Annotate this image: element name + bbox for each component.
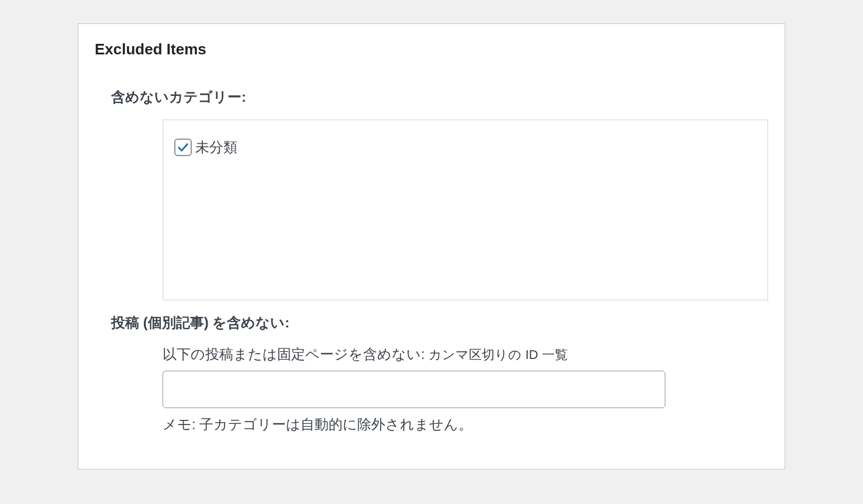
exclude-categories-label: 含めないカテゴリー: xyxy=(111,88,768,106)
excluded-items-panel: Excluded Items 含めないカテゴリー: 未分類 投稿 (個別記事) … xyxy=(78,23,785,470)
panel-title: Excluded Items xyxy=(95,40,768,58)
exclude-posts-sublabel-text: 以下の投稿または固定ページを含めない: xyxy=(163,346,429,362)
exclude-posts-sublabel: 以下の投稿または固定ページを含めない: カンマ区切りの ID 一覧 xyxy=(163,345,768,364)
exclude-posts-label: 投稿 (個別記事) を含めない: xyxy=(111,313,768,332)
exclude-posts-note: メモ: 子カテゴリーは自動的に除外されません。 xyxy=(163,415,768,434)
exclude-posts-input[interactable] xyxy=(163,371,665,408)
checkmark-icon xyxy=(177,141,189,154)
exclude-categories-section: 含めないカテゴリー: 未分類 投稿 (個別記事) を含めない: 以下の投稿または… xyxy=(95,88,768,434)
category-item: 未分類 xyxy=(174,138,757,157)
category-list-box[interactable]: 未分類 xyxy=(163,119,768,301)
category-checkbox[interactable] xyxy=(174,139,192,156)
exclude-posts-hint: カンマ区切りの ID 一覧 xyxy=(429,347,567,362)
exclude-posts-subsection: 以下の投稿または固定ページを含めない: カンマ区切りの ID 一覧 メモ: 子カ… xyxy=(111,345,768,434)
category-label: 未分類 xyxy=(195,138,237,157)
